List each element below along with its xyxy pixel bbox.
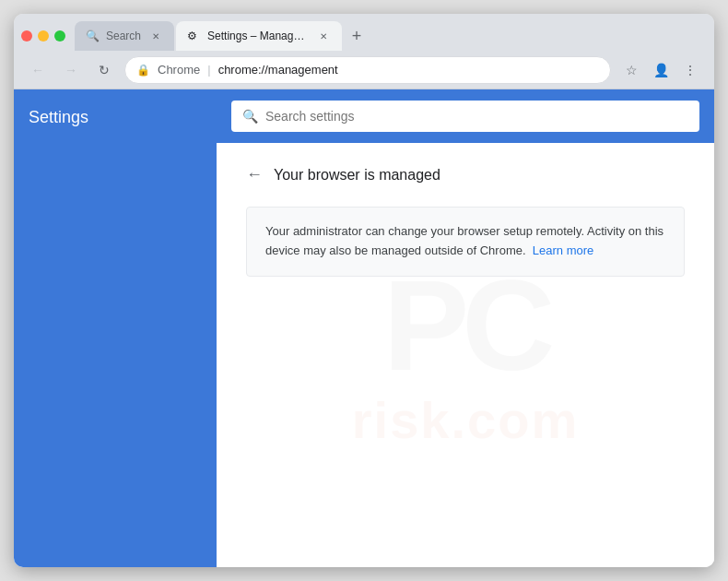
tab-management-label: Settings – Management — [207, 30, 309, 42]
tab-management-favicon: ⚙ — [187, 30, 200, 42]
forward-button[interactable]: → — [58, 57, 84, 83]
info-text: Your administrator can change your brows… — [265, 222, 665, 261]
tab-search[interactable]: 🔍 Search ✕ — [75, 21, 174, 51]
info-text-content: Your administrator can change your brows… — [265, 224, 663, 257]
reload-icon: ↻ — [99, 63, 110, 77]
close-button[interactable] — [21, 30, 32, 42]
tab-search-label: Search — [106, 30, 141, 42]
address-bar: ← → ↻ 🔒 Chrome | chrome://management ☆ 👤… — [14, 51, 714, 89]
address-actions: ☆ 👤 ⋮ — [618, 57, 703, 83]
minimize-button[interactable] — [38, 30, 49, 42]
info-box: Your administrator can change your brows… — [246, 207, 685, 277]
tabs-container: 🔍 Search ✕ ⚙ Settings – Management ✕ + — [75, 21, 707, 51]
back-arrow-button[interactable]: ← — [246, 165, 263, 184]
watermark-risk: risk.com — [352, 390, 579, 450]
back-row: ← Your browser is managed — [246, 165, 685, 184]
bookmark-icon: ☆ — [626, 63, 638, 77]
window-controls — [21, 30, 65, 51]
tab-search-favicon: 🔍 — [86, 30, 99, 42]
search-input[interactable] — [265, 109, 688, 124]
search-icon: 🔍 — [242, 109, 258, 124]
forward-icon: → — [65, 63, 77, 77]
url-path: chrome://management — [218, 63, 338, 77]
browser-window: 🔍 Search ✕ ⚙ Settings – Management ✕ + ←… — [14, 14, 714, 567]
url-origin: Chrome — [158, 63, 200, 77]
url-bar[interactable]: 🔒 Chrome | chrome://management — [124, 56, 611, 84]
main-area: 🔍 PC risk.com ← Your browser is managed — [217, 89, 714, 567]
watermark: PC risk.com — [352, 261, 579, 450]
title-bar: 🔍 Search ✕ ⚙ Settings – Management ✕ + — [14, 14, 714, 51]
account-button[interactable]: 👤 — [648, 57, 674, 83]
tab-management[interactable]: ⚙ Settings – Management ✕ — [176, 21, 342, 51]
sidebar: Settings — [14, 89, 217, 567]
page-content: Settings 🔍 PC risk.com ← — [14, 89, 714, 567]
maximize-button[interactable] — [54, 30, 65, 42]
account-icon: 👤 — [653, 63, 669, 77]
bookmark-button[interactable]: ☆ — [618, 57, 644, 83]
tab-management-close[interactable]: ✕ — [316, 29, 331, 43]
back-button[interactable]: ← — [25, 57, 51, 83]
back-icon: ← — [31, 63, 44, 77]
menu-icon: ⋮ — [684, 63, 697, 77]
content-area: PC risk.com ← Your browser is managed Yo… — [217, 143, 714, 567]
search-input-wrap[interactable]: 🔍 — [231, 101, 699, 132]
url-separator: | — [207, 63, 210, 77]
sidebar-title: Settings — [14, 89, 217, 138]
tab-search-close[interactable]: ✕ — [148, 29, 163, 43]
new-tab-button[interactable]: + — [344, 23, 370, 49]
menu-button[interactable]: ⋮ — [677, 57, 703, 83]
page-title: Your browser is managed — [274, 167, 440, 184]
search-bar-area: 🔍 — [217, 89, 714, 143]
learn-more-link[interactable]: Learn more — [533, 243, 593, 257]
watermark-pc: PC — [352, 261, 579, 390]
reload-button[interactable]: ↻ — [91, 57, 117, 83]
lock-icon: 🔒 — [136, 64, 150, 77]
